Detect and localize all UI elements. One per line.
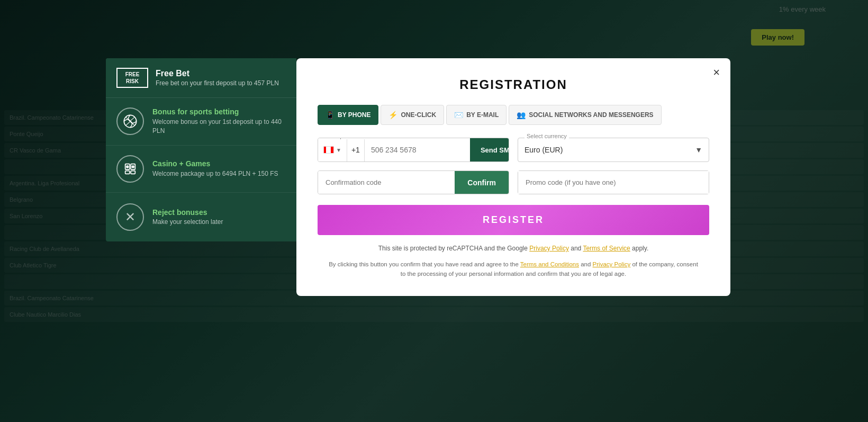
svg-point-6 xyxy=(132,166,134,168)
privacy-policy-link-2[interactable]: Privacy Policy xyxy=(593,261,631,267)
registration-tabs: 📱 BY PHONE ⚡ ONE-CLICK ✉️ BY E-MAIL 👥 SO… xyxy=(318,105,709,125)
register-button[interactable]: REGISTER xyxy=(318,205,709,235)
social-tab-icon: 👥 xyxy=(517,111,526,119)
casino-bonus-text: Casino + Games Welcome package up to 649… xyxy=(152,159,278,178)
phone-input[interactable] xyxy=(365,138,470,161)
tab-by-phone[interactable]: 📱 BY PHONE xyxy=(318,105,378,125)
bonus-panel: FREE RISK Free Bet Free bet on your firs… xyxy=(106,58,296,241)
tab-social[interactable]: 👥 SOCIAL NETWORKS AND MESSENGERS xyxy=(509,105,661,125)
phone-group: Your phone number ▼ +1 Send SMS xyxy=(318,138,509,162)
flag-chevron: ▼ xyxy=(336,147,341,153)
confirmation-promo-row: Confirm xyxy=(318,170,709,194)
tab-by-phone-label: BY PHONE xyxy=(338,111,370,119)
svg-rect-4 xyxy=(131,170,135,174)
svg-point-5 xyxy=(126,166,129,168)
free-bet-text: Free Bet Free bet on your first deposit … xyxy=(156,69,279,87)
confirmation-group: Confirm xyxy=(318,170,509,194)
free-risk-badge: FREE RISK xyxy=(116,68,148,88)
terms-link-2[interactable]: Terms and Conditions xyxy=(520,261,579,267)
currency-label: Select currency xyxy=(525,133,569,139)
casino-bonus-item[interactable]: Casino + Games Welcome package up to 649… xyxy=(106,146,296,193)
phone-currency-row: Your phone number ▼ +1 Send SMS Select c… xyxy=(318,138,709,162)
email-tab-icon: ✉️ xyxy=(454,111,463,119)
canada-flag xyxy=(323,146,334,154)
sports-icon xyxy=(116,107,144,135)
sports-bonus-text: Bonus for sports betting Welcome bonus o… xyxy=(152,107,286,136)
tab-social-label: SOCIAL NETWORKS AND MESSENGERS xyxy=(529,111,653,119)
terms-link-1[interactable]: Terms of Service xyxy=(583,245,630,252)
casino-icon xyxy=(116,155,144,183)
registration-modal: × REGISTRATION 📱 BY PHONE ⚡ ONE-CLICK ✉️… xyxy=(296,58,730,296)
tab-by-email-label: BY E-MAIL xyxy=(466,111,499,119)
promo-group xyxy=(518,170,709,194)
free-bet-header: FREE RISK Free Bet Free bet on your firs… xyxy=(106,58,296,98)
legal-text-1: This site is protected by reCAPTCHA and … xyxy=(318,244,709,253)
svg-rect-3 xyxy=(125,170,130,174)
confirmation-code-input[interactable] xyxy=(318,171,455,194)
promo-code-input[interactable] xyxy=(518,171,709,194)
sports-bonus-item[interactable]: Bonus for sports betting Welcome bonus o… xyxy=(106,98,296,146)
tab-one-click[interactable]: ⚡ ONE-CLICK xyxy=(381,105,444,125)
currency-group: Select currency Euro (EUR) USD PLN GBP ▼ xyxy=(518,138,709,162)
tab-one-click-label: ONE-CLICK xyxy=(401,111,436,119)
reject-bonuses-item[interactable]: ✕ Reject bonuses Make your selection lat… xyxy=(106,193,296,241)
reject-icon: ✕ xyxy=(116,203,144,231)
oneclick-tab-icon: ⚡ xyxy=(388,111,397,119)
reject-text: Reject bonuses Make your selection later xyxy=(152,208,223,226)
currency-select[interactable]: Euro (EUR) USD PLN GBP xyxy=(518,138,709,161)
send-sms-button[interactable]: Send SMS xyxy=(470,138,509,161)
country-code: +1 xyxy=(347,138,365,161)
confirm-button[interactable]: Confirm xyxy=(455,171,509,194)
phone-label: Your phone number xyxy=(324,138,379,139)
legal-text-2: By clicking this button you confirm that… xyxy=(318,259,709,279)
tab-by-email[interactable]: ✉️ BY E-MAIL xyxy=(446,105,507,125)
close-button[interactable]: × xyxy=(713,67,720,78)
modal-title: REGISTRATION xyxy=(318,77,709,92)
privacy-policy-link-1[interactable]: Privacy Policy xyxy=(529,245,569,252)
phone-tab-icon: 📱 xyxy=(326,111,334,119)
flag-selector[interactable]: ▼ xyxy=(318,138,347,161)
